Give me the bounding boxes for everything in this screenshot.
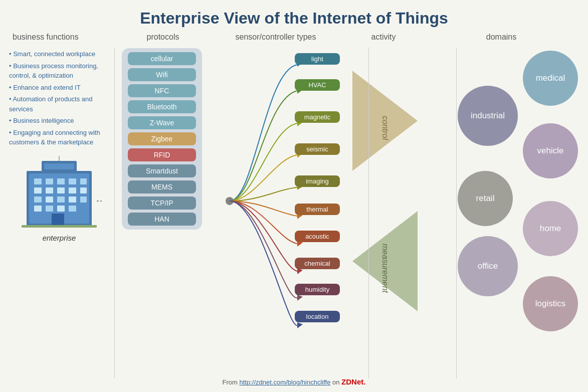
svg-rect-2 xyxy=(34,178,42,184)
business-list: Smart, connected workplaceBusiness proce… xyxy=(9,48,109,148)
protocol-tag-smartdust: Smartdust xyxy=(128,164,196,177)
business-item: Automation of products and services xyxy=(9,93,109,115)
protocol-tag-zigbee: Zigbee xyxy=(128,132,196,145)
domain-circle-vehicle: vehicle xyxy=(523,123,578,178)
domain-circle-office: office xyxy=(458,236,518,296)
sensor-tags: lightHVACmagneticseismicimagingthermalac… xyxy=(295,46,340,322)
content-area: Smart, connected workplaceBusiness proce… xyxy=(0,46,588,356)
page-title: Enterprise View of the Internet of Thing… xyxy=(0,0,588,33)
protocol-tag-z-wave: Z-Wave xyxy=(128,116,196,129)
divider-1 xyxy=(114,48,115,378)
svg-text:measurement: measurement xyxy=(381,244,389,293)
sensor-tag-seismic: seismic xyxy=(295,143,340,155)
domains-col: medicalindustrialvehicleretailhomeoffice… xyxy=(430,46,585,336)
svg-rect-6 xyxy=(80,178,87,184)
svg-rect-25 xyxy=(22,225,97,228)
col-header-business: business functions xyxy=(5,33,115,42)
business-item: Business process monitoring, control, & … xyxy=(9,60,109,82)
svg-rect-16 xyxy=(80,197,87,203)
col-header-domains: domains xyxy=(426,33,576,42)
business-item: Smart, connected workplace xyxy=(9,48,109,60)
svg-rect-9 xyxy=(57,187,65,193)
svg-rect-8 xyxy=(46,187,53,193)
domain-circle-medical: medical xyxy=(523,51,578,106)
sensor-tag-magnetic: magnetic xyxy=(295,111,340,123)
business-item: Engaging and connecting with customers &… xyxy=(9,127,109,148)
col-header-protocols: protocols xyxy=(115,33,211,42)
page-container: Enterprise View of the Internet of Thing… xyxy=(0,0,588,356)
svg-rect-15 xyxy=(69,197,76,203)
sensor-tag-humidity: humidity xyxy=(295,284,340,295)
svg-point-27 xyxy=(226,197,234,205)
enterprise-label: enterprise xyxy=(9,234,109,242)
protocols-col: cellularWifiNFCBluetoothZ-WaveZigbeeRFID… xyxy=(114,46,210,356)
domain-circle-industrial: industrial xyxy=(458,86,518,146)
svg-rect-18 xyxy=(46,206,53,212)
domain-circle-retail: retail xyxy=(458,171,513,226)
svg-rect-7 xyxy=(34,187,42,193)
sensor-tag-thermal: thermal xyxy=(295,204,340,215)
protocol-tag-han: HAN xyxy=(128,213,196,226)
protocol-tag-cellular: cellular xyxy=(128,52,196,65)
footer-from: From xyxy=(223,378,238,386)
footer: From http://zdnet.com/blog/hinchcliffe o… xyxy=(0,377,588,386)
svg-rect-3 xyxy=(46,178,53,184)
divider-3 xyxy=(456,48,457,378)
svg-rect-11 xyxy=(80,187,87,193)
protocol-tag-bluetooth: Bluetooth xyxy=(128,100,196,113)
activity-col: control measurement xyxy=(345,46,430,356)
sensor-tag-chemical: chemical xyxy=(295,258,340,269)
zdnet-logo: ZDNet. xyxy=(341,377,365,386)
protocol-tag-rfid: RFID xyxy=(128,148,196,161)
protocol-tag-mems: MEMS xyxy=(128,180,196,193)
svg-rect-4 xyxy=(57,178,65,184)
protocol-box: cellularWifiNFCBluetoothZ-WaveZigbeeRFID… xyxy=(122,48,202,230)
sensor-tag-acoustic: acoustic xyxy=(295,231,340,242)
sensor-tag-light: light xyxy=(295,53,340,65)
domain-circle-logistics: logistics xyxy=(523,276,578,331)
business-item: Business intelligence xyxy=(9,115,109,127)
svg-rect-12 xyxy=(34,197,42,203)
svg-text:control: control xyxy=(381,116,389,140)
divider-2 xyxy=(368,48,369,378)
sensor-tag-imaging: imaging xyxy=(295,175,340,187)
svg-rect-20 xyxy=(69,206,76,212)
svg-rect-21 xyxy=(52,214,64,226)
business-functions-col: Smart, connected workplaceBusiness proce… xyxy=(4,46,114,356)
svg-marker-37 xyxy=(297,322,303,328)
protocol-tag-tcpip: TCP/IP xyxy=(128,197,196,210)
footer-on: on xyxy=(332,378,341,386)
svg-rect-23 xyxy=(44,163,74,169)
enterprise-building xyxy=(17,156,102,231)
sensor-tag-hvac: HVAC xyxy=(295,79,340,91)
footer-link[interactable]: http://zdnet.com/blog/hinchcliffe xyxy=(240,378,331,386)
protocol-tag-wifi: Wifi xyxy=(128,68,196,81)
domain-circle-home: home xyxy=(523,201,578,256)
svg-rect-17 xyxy=(34,206,42,212)
svg-rect-5 xyxy=(69,178,76,184)
columns-header: business functions protocols sensor/cont… xyxy=(0,33,588,42)
svg-rect-10 xyxy=(69,187,76,193)
svg-rect-19 xyxy=(57,206,65,212)
sensors-col: lightHVACmagneticseismicimagingthermalac… xyxy=(210,46,345,356)
business-item: Enhance and extend IT xyxy=(9,82,109,94)
protocol-tag-nfc: NFC xyxy=(128,84,196,97)
svg-rect-14 xyxy=(57,197,65,203)
col-header-activity: activity xyxy=(341,33,426,42)
sensor-tag-location: location xyxy=(295,311,340,322)
svg-rect-13 xyxy=(46,197,53,203)
col-header-sensors: sensor/controller types xyxy=(211,33,341,42)
